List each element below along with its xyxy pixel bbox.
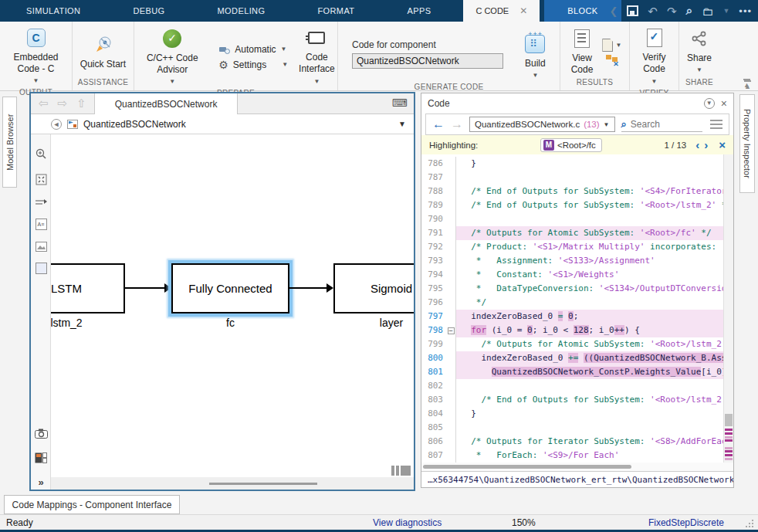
app-window: SIMULATION DEBUG MODELING FORMAT APPS C … [0,0,758,532]
save-icon[interactable] [627,5,638,16]
block-sigmoid[interactable]: Sigmoid [333,263,414,313]
code-line[interactable]: 792 /* Product: '<S1>/Matrix Multiply' i… [421,240,733,254]
viewmarks-icon[interactable] [31,449,51,466]
close-panel-icon[interactable]: × [721,97,727,110]
embedded-code-button[interactable]: C Embedded Code - C ▼ [1,25,72,88]
nav-forward-icon[interactable]: ⇨ [58,97,68,110]
clear-highlight-icon[interactable]: × [719,138,726,151]
code-line[interactable]: 800 indexZeroBased_0 += ((QuantizedBSOCN… [421,351,733,365]
window-resize-grip[interactable] [746,520,753,527]
close-tab-icon[interactable]: ✕ [519,5,527,16]
canvas-hscrollbar[interactable] [51,477,414,490]
block-lstm[interactable]: LSTM [51,263,125,313]
tab-format[interactable]: FORMAT [291,0,381,22]
code-interface-button[interactable]: Code Interface ▼ [296,25,338,89]
keyboard-shortcuts-icon[interactable]: ⌨ [392,97,408,109]
code-line[interactable]: 799 /* Outputs for Atomic SubSystem: '<R… [421,337,733,351]
code-editor[interactable]: 786 }787788 /* End of Outputs for SubSys… [421,154,733,463]
code-line[interactable]: 804 } [421,407,733,421]
block-diagram[interactable]: LSTM lstm_2 Fully Connected fc Sigmoid l… [51,134,414,477]
code-line[interactable]: 795 * DataTypeConversion: '<S134>/Output… [421,282,733,296]
breadcrumb-model-name[interactable]: QuantizedBSOCNetwork [83,119,186,130]
vscrollbar-thumb[interactable] [725,414,733,426]
code-line[interactable]: 790 [421,212,733,226]
quick-start-button[interactable]: Quick Start [73,32,134,72]
code-line[interactable]: 797 indexZeroBased_0 = 0; [421,310,733,324]
expand-palette-icon[interactable]: » [31,476,51,488]
highlight-chip[interactable]: M <Root>/fc [540,138,602,152]
code-search[interactable]: ⌕ [621,117,702,132]
undo-icon[interactable]: ↶ [648,5,658,17]
view-code-button[interactable]: View Code [568,25,597,77]
zoom-region-icon[interactable] [31,145,51,162]
menu-icon[interactable] [710,120,722,129]
nav-back-icon[interactable]: ⇦ [39,97,49,110]
file-dropdown[interactable]: QuantizedBSOCNetwork.c (13) ▼ [469,117,615,132]
view-diagnostics-link[interactable]: View diagnostics [373,517,442,528]
area-box-icon[interactable] [31,259,51,276]
remove-highlighting-icon[interactable] [606,55,618,66]
share-button[interactable]: Share ▼ [684,25,715,77]
block-fully-connected[interactable]: Fully Connected [171,263,289,313]
tab-apps[interactable]: APPS [381,0,457,22]
model-browser-tab[interactable]: Model Browser [2,97,17,188]
verify-code-button[interactable]: Verify Code ▼ [636,25,672,89]
code-line[interactable]: 786 } [421,157,733,171]
code-mappings-tab[interactable]: Code Mappings - Component Interface [4,495,180,514]
code-back-icon[interactable]: ← [432,117,445,131]
code-vscrollbar[interactable] [723,154,733,463]
redo-icon[interactable]: ↷ [667,5,677,17]
code-advisor-button[interactable]: ✓ C/C++ Code Advisor ▼ [134,25,211,89]
qat-dropdown-icon[interactable]: ▼ [722,7,729,15]
code-line[interactable]: 791 /* Outputs for Atomic SubSystem: '<R… [421,226,733,240]
breadcrumb-dropdown-icon[interactable]: ▼ [398,120,406,128]
code-line[interactable]: 807 * ForEach: '<S9>/For Each' [421,449,733,463]
code-forward-icon[interactable]: → [451,117,463,131]
solver-name[interactable]: FixedStepDiscrete [648,517,724,528]
screenshot-icon[interactable] [31,425,51,442]
code-line[interactable]: 802 [421,379,733,393]
signal-routing-icon[interactable] [31,194,51,211]
fit-to-view-icon[interactable] [31,171,51,188]
nav-up-icon[interactable]: ⇧ [76,97,86,110]
next-highlight-icon[interactable]: › [704,139,708,151]
code-line[interactable]: 796 */ [421,296,733,310]
property-inspector-tab[interactable]: Property Inspector [739,94,755,193]
code-line[interactable]: 789 /* End of Outputs for SubSystem: '<R… [421,198,733,212]
settings-dropdown[interactable]: ⚙ Settings ▼ [218,59,288,70]
automatic-dropdown[interactable]: Automatic ▼ [218,44,286,55]
code-line[interactable]: 798− for (i_0 = 0; i_0 < 128; i_0++) { [421,324,733,337]
image-annotation-icon[interactable] [31,238,51,255]
component-input[interactable] [352,53,503,69]
prev-highlight-icon[interactable]: ‹ [695,139,699,151]
annotation-icon[interactable]: A≡ [31,215,51,232]
tab-c-code-active[interactable]: C CODE ✕ [463,0,540,22]
build-label: Build [525,58,546,69]
minimize-panel-icon[interactable]: ▼ [704,98,715,109]
code-line[interactable]: 793 * Assignment: '<S133>/Assignment' [421,254,733,268]
navigate-up-icon[interactable]: ◄ [51,119,62,130]
model-favorites-icon[interactable]: 🗀 [702,5,713,17]
tab-modeling[interactable]: MODELING [191,0,292,22]
open-report-dropdown[interactable]: ▼ [602,39,621,52]
signal-wire[interactable] [289,287,327,289]
code-line[interactable]: 805 [421,421,733,435]
code-line[interactable]: 801 QuantizedBSOCNetwork_ConstP.Weights_… [421,365,733,379]
tab-simulation[interactable]: SIMULATION [0,0,107,22]
code-line[interactable]: 788 /* End of Outputs for SubSystem: '<S… [421,185,733,198]
code-line[interactable]: 806 /* Outputs for Iterator SubSystem: '… [421,435,733,449]
document-tab[interactable]: QuantizedBSOCNetwork [94,93,239,114]
code-line[interactable]: 787 [421,171,733,185]
signal-wire[interactable] [125,287,165,289]
canvas-resize-grip[interactable] [391,466,411,476]
code-search-input[interactable] [631,119,700,130]
code-hscrollbar[interactable] [421,463,733,471]
code-line[interactable]: 803 /* End of Outputs for SubSystem: '<R… [421,393,733,407]
build-button[interactable]: Build ▼ [522,31,549,83]
more-options-icon[interactable]: ••• [739,5,752,17]
search-icon[interactable]: ⌕ [685,4,692,18]
tab-debug[interactable]: DEBUG [107,0,191,22]
code-line[interactable]: 794 * Constant: '<S1>/Weights' [421,268,733,282]
collapse-qat-icon[interactable]: ❮ [609,5,618,17]
collapse-panel-icon[interactable]: ▲ [744,80,751,90]
